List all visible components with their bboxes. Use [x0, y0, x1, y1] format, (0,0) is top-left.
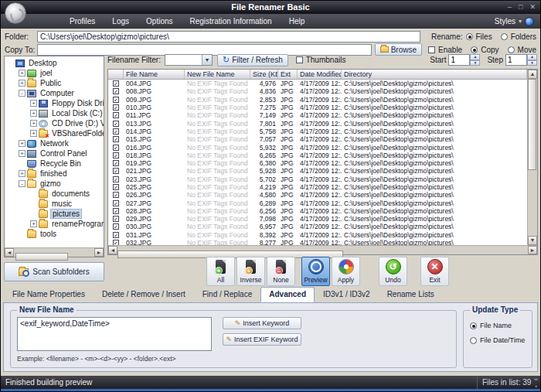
file-row-011-jpg[interactable]: ✓011.JPGNo EXIF Tags Found7,149JPG4/17/2…: [108, 111, 527, 119]
header-file-name[interactable]: File Name: [124, 70, 185, 79]
header-checkbox-column[interactable]: [108, 70, 124, 79]
row-checkbox[interactable]: ✓: [113, 168, 119, 174]
tree-item-finished[interactable]: +finished: [5, 169, 104, 179]
file-row-027-jpg[interactable]: ✓027.JPGNo EXIF Tags Found6,289JPG4/17/2…: [108, 199, 527, 206]
expand-icon[interactable]: +: [30, 120, 37, 127]
expand-icon[interactable]: +: [19, 140, 26, 147]
scroll-thumb[interactable]: [528, 79, 536, 170]
all-button[interactable]: +All: [206, 257, 235, 286]
step-stepper[interactable]: ▲▼: [527, 54, 537, 66]
row-checkbox[interactable]: ✓: [113, 184, 119, 190]
expand-icon[interactable]: +: [19, 80, 26, 87]
file-row-026-jpg[interactable]: ✓026.JPGNo EXIF Tags Found4,580JPG4/17/2…: [108, 191, 527, 199]
row-checkbox[interactable]: ✓: [113, 136, 119, 142]
resize-grip[interactable]: ▪▪ ▪: [534, 376, 537, 390]
header-directory[interactable]: Directory: [342, 70, 527, 79]
collapse-icon[interactable]: -: [19, 90, 26, 97]
scroll-up-icon[interactable]: ▲: [528, 70, 537, 79]
tab-file-name-properties[interactable]: File Name Properties: [4, 287, 94, 302]
expand-icon[interactable]: +: [19, 170, 26, 177]
tree-item-pictures[interactable]: pictures: [5, 209, 104, 219]
tree-item-local-disk-c[interactable]: +Local Disk (C:): [5, 108, 104, 118]
expand-icon[interactable]: +: [30, 110, 37, 117]
tab-id3v1-id3v2[interactable]: ID3v1 / ID3v2: [315, 287, 379, 302]
row-checkbox[interactable]: ✓: [113, 216, 119, 222]
rename-folders-radio[interactable]: [501, 33, 508, 40]
header-size[interactable]: Size (KB): [250, 70, 278, 79]
header-new-file-name[interactable]: New File Name: [185, 70, 250, 79]
file-row-013-jpg[interactable]: ✓013.JPGNo EXIF Tags Found7,801JPG4/17/2…: [108, 119, 527, 127]
minimize-button[interactable]: –: [508, 2, 512, 12]
menu-profiles[interactable]: Profiles: [61, 14, 104, 29]
insert-keyword-button[interactable]: ✎ Insert Keyword: [223, 317, 301, 329]
update-file-name-radio[interactable]: [470, 322, 477, 329]
menu-registration-information[interactable]: Registration Information: [182, 14, 281, 29]
maximize-button[interactable]: □: [519, 2, 522, 12]
undo-button[interactable]: ↺Undo: [379, 257, 407, 286]
tree-item-control-panel[interactable]: +Control Panel: [5, 148, 104, 159]
row-checkbox[interactable]: ✓: [113, 88, 119, 94]
tab-find-replace[interactable]: Find / Replace: [194, 287, 260, 302]
none-button[interactable]: –None: [267, 257, 295, 286]
apply-button[interactable]: Apply: [332, 257, 360, 286]
scroll-left-icon[interactable]: ◄: [108, 246, 117, 254]
tab-delete-remove-insert[interactable]: Delete / Remove / Insert: [94, 287, 194, 302]
close-button[interactable]: ✕: [529, 2, 536, 12]
file-row-004-jpg[interactable]: ✓004.JPGNo EXIF Tags Found4,976JPG4/17/2…: [108, 80, 527, 87]
new-file-name-textarea[interactable]: <exif_keyword,DateTime>: [17, 317, 212, 351]
thumbnails-checkbox[interactable]: [296, 56, 303, 63]
tab-rename-lists[interactable]: Rename Lists: [379, 287, 443, 302]
tree-item-desktop[interactable]: Desktop: [5, 58, 104, 68]
header-ext[interactable]: Ext: [278, 70, 298, 79]
tree-item-recycle-bin[interactable]: Recycle Bin: [5, 159, 104, 169]
row-checkbox[interactable]: ✓: [113, 128, 119, 135]
menu-options[interactable]: Options: [138, 14, 181, 29]
file-row-029-jpg[interactable]: ✓029.JPGNo EXIF Tags Found7,098JPG4/17/2…: [108, 215, 527, 223]
step-input[interactable]: [505, 54, 527, 66]
start-input[interactable]: [448, 54, 470, 66]
tree-item-gizmo[interactable]: -gizmo: [5, 179, 104, 189]
tab-advanced[interactable]: Advanced: [260, 287, 315, 302]
row-checkbox[interactable]: ✓: [113, 200, 119, 206]
styles-menu[interactable]: Styles ▾: [495, 17, 540, 26]
row-checkbox[interactable]: ✓: [113, 145, 119, 151]
preview-button[interactable]: Preview: [301, 257, 330, 286]
row-checkbox[interactable]: ✓: [113, 232, 119, 238]
file-row-021-jpg[interactable]: ✓021.JPGNo EXIF Tags Found5,928JPG4/17/2…: [108, 167, 527, 175]
row-checkbox[interactable]: ✓: [113, 240, 119, 245]
tree-item-renameprograms[interactable]: +renamePrograms: [5, 219, 104, 229]
row-checkbox[interactable]: ✓: [113, 112, 119, 118]
tree-item-computer[interactable]: -Computer: [5, 88, 104, 98]
tree-item-network[interactable]: +Network: [5, 138, 104, 148]
update-file-datetime-radio[interactable]: [470, 337, 477, 344]
expand-icon[interactable]: +: [19, 150, 26, 157]
file-row-030-jpg[interactable]: ✓030.JPGNo EXIF Tags Found6,957JPG4/17/2…: [108, 223, 527, 230]
row-checkbox[interactable]: ✓: [113, 160, 119, 166]
scroll-down-icon[interactable]: ▼: [528, 236, 537, 245]
tree-item-cd-drive-d-virtualbox-guest[interactable]: +CD Drive (D:) VirtualBox Guest: [5, 118, 104, 128]
row-checkbox[interactable]: ✓: [113, 223, 119, 230]
row-checkbox[interactable]: ✓: [113, 80, 119, 87]
header-date-modified[interactable]: Date Modified: [298, 70, 342, 79]
file-row-018-jpg[interactable]: ✓018.JPGNo EXIF Tags Found6,265JPG4/17/2…: [108, 152, 527, 159]
exit-button[interactable]: ✕Exit: [420, 257, 449, 286]
file-row-031-jpg[interactable]: ✓031.JPGNo EXIF Tags Found8,392JPG4/17/2…: [108, 231, 527, 239]
expand-icon[interactable]: +: [19, 70, 26, 77]
file-row-008-jpg[interactable]: ✓008.JPGNo EXIF Tags Found4,836JPG4/17/2…: [108, 87, 527, 95]
file-row-015-jpg[interactable]: ✓015.JPGNo EXIF Tags Found7,057JPG4/17/2…: [108, 135, 527, 143]
row-checkbox[interactable]: ✓: [113, 121, 119, 127]
file-row-010-jpg[interactable]: ✓010.JPGNo EXIF Tags Found7,275JPG4/17/2…: [108, 104, 527, 111]
expand-icon[interactable]: +: [30, 100, 37, 107]
file-list-vertical-scrollbar[interactable]: ▲ ▼: [527, 70, 537, 245]
tree-item-floppy-disk-drive-a[interactable]: +Floppy Disk Drive (A:): [5, 98, 104, 108]
file-row-016-jpg[interactable]: ✓016.JPGNo EXIF Tags Found5,932JPG4/17/2…: [108, 143, 527, 151]
tree-item-joel[interactable]: +joel: [5, 68, 104, 78]
file-row-028-jpg[interactable]: ✓028.JPGNo EXIF Tags Found6,256JPG4/17/2…: [108, 207, 527, 215]
menu-help[interactable]: Help: [281, 14, 314, 29]
expand-icon[interactable]: +: [30, 220, 37, 227]
tree-item-music[interactable]: music: [5, 199, 104, 209]
folder-input[interactable]: [37, 31, 420, 43]
scroll-right-icon[interactable]: ►: [528, 246, 537, 254]
row-checkbox[interactable]: ✓: [113, 208, 119, 214]
tree-item-documents[interactable]: documents: [5, 189, 104, 199]
